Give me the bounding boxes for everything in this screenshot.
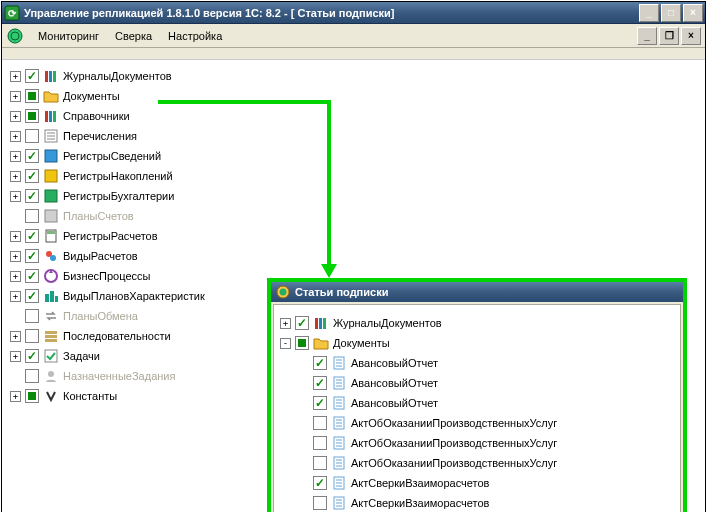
checkbox[interactable]: [25, 389, 39, 403]
expander-icon[interactable]: +: [10, 351, 21, 362]
checkbox[interactable]: [25, 129, 39, 143]
doc-icon: [331, 435, 347, 451]
tree-row[interactable]: АвансовыйОтчет: [280, 393, 674, 413]
expander-icon[interactable]: +: [10, 131, 21, 142]
checkbox[interactable]: [25, 289, 39, 303]
window-title: Управление репликацией 1.8.1.0 версия 1С…: [24, 7, 639, 19]
checkbox[interactable]: [25, 109, 39, 123]
mdi-minimize-button[interactable]: _: [637, 27, 657, 45]
menu-monitoring[interactable]: Мониторинг: [30, 27, 107, 45]
doc-icon: [331, 415, 347, 431]
svg-point-21: [50, 255, 56, 261]
tree-item-label: Перечисления: [63, 130, 137, 142]
menu-check[interactable]: Сверка: [107, 27, 160, 45]
expander-icon[interactable]: +: [10, 271, 21, 282]
expander-icon[interactable]: +: [10, 151, 21, 162]
tree-row[interactable]: АктСверкиВзаиморасчетов: [280, 493, 674, 512]
expander-icon[interactable]: +: [10, 71, 21, 82]
tree-row[interactable]: +ВидыРасчетов: [10, 246, 697, 266]
minimize-button[interactable]: _: [639, 4, 659, 22]
tree-row[interactable]: +Перечисления: [10, 126, 697, 146]
doc-icon: [331, 455, 347, 471]
expander-icon: [10, 311, 21, 322]
checkbox[interactable]: [313, 416, 327, 430]
checkbox[interactable]: [313, 456, 327, 470]
close-button[interactable]: ×: [683, 4, 703, 22]
expander-icon[interactable]: +: [10, 291, 21, 302]
checkbox[interactable]: [25, 249, 39, 263]
tree-row[interactable]: -Документы: [280, 333, 674, 353]
popup-tree: +ЖурналыДокументов-ДокументыАвансовыйОтч…: [280, 313, 674, 512]
checkbox[interactable]: [295, 336, 309, 350]
expander-icon[interactable]: +: [10, 171, 21, 182]
tree-row[interactable]: +ЖурналыДокументов: [280, 313, 674, 333]
checkbox[interactable]: [295, 316, 309, 330]
tree-row[interactable]: АктОбОказанииПроизводственныхУслуг: [280, 433, 674, 453]
svg-rect-9: [53, 111, 56, 122]
checkbox[interactable]: [25, 89, 39, 103]
tree-row[interactable]: АктОбОказанииПроизводственныхУслуг: [280, 453, 674, 473]
annotation-arrow: [158, 100, 331, 104]
checkbox[interactable]: [25, 349, 39, 363]
tree-row[interactable]: +Справочники: [10, 106, 697, 126]
checkbox[interactable]: [25, 369, 39, 383]
expander-icon[interactable]: -: [280, 338, 291, 349]
svg-rect-7: [45, 111, 48, 122]
tree-item-label: Справочники: [63, 110, 130, 122]
checkbox[interactable]: [25, 309, 39, 323]
svg-rect-28: [45, 339, 57, 342]
tree-row[interactable]: АктОбОказанииПроизводственныхУслуг: [280, 413, 674, 433]
tree-row[interactable]: +РегистрыБухгалтерии: [10, 186, 697, 206]
checkbox[interactable]: [313, 376, 327, 390]
mdi-close-button[interactable]: ×: [681, 27, 701, 45]
checkbox[interactable]: [25, 229, 39, 243]
expander-icon[interactable]: +: [10, 391, 21, 402]
tree-item-label: АктСверкиВзаиморасчетов: [351, 477, 489, 489]
tree-row[interactable]: +ЖурналыДокументов: [10, 66, 697, 86]
folder-icon: [43, 88, 59, 104]
books-icon: [313, 315, 329, 331]
checkbox[interactable]: [25, 69, 39, 83]
tree-row[interactable]: +РегистрыНакоплений: [10, 166, 697, 186]
checkbox[interactable]: [25, 209, 39, 223]
checkbox[interactable]: [25, 189, 39, 203]
tree-row[interactable]: +Документы: [10, 86, 697, 106]
svg-rect-17: [45, 210, 57, 222]
svg-rect-19: [47, 231, 55, 234]
tree-row[interactable]: +РегистрыРасчетов: [10, 226, 697, 246]
tree-row[interactable]: ПланыСчетов: [10, 206, 697, 226]
expander-icon[interactable]: +: [10, 231, 21, 242]
expander-icon: [298, 418, 309, 429]
svg-rect-23: [45, 294, 49, 302]
checkbox[interactable]: [25, 169, 39, 183]
checkbox[interactable]: [313, 396, 327, 410]
expander-icon: [298, 478, 309, 489]
expander-icon[interactable]: +: [10, 331, 21, 342]
tree-row[interactable]: АвансовыйОтчет: [280, 353, 674, 373]
annotation-arrow-head: [321, 264, 337, 278]
checkbox[interactable]: [25, 149, 39, 163]
reg-green-icon: [43, 188, 59, 204]
tree-item-label: АктСверкиВзаиморасчетов: [351, 497, 489, 509]
checkbox[interactable]: [313, 356, 327, 370]
expander-icon[interactable]: +: [10, 191, 21, 202]
svg-point-3: [11, 32, 19, 40]
expander-icon: [298, 458, 309, 469]
expander-icon[interactable]: +: [10, 251, 21, 262]
expander-icon[interactable]: +: [280, 318, 291, 329]
maximize-button[interactable]: □: [661, 4, 681, 22]
menu-settings[interactable]: Настройка: [160, 27, 230, 45]
expander-icon[interactable]: +: [10, 91, 21, 102]
checkbox[interactable]: [313, 496, 327, 510]
mdi-restore-button[interactable]: ❐: [659, 27, 679, 45]
tree-row[interactable]: АктСверкиВзаиморасчетов: [280, 473, 674, 493]
tree-row[interactable]: +РегистрыСведений: [10, 146, 697, 166]
checkbox[interactable]: [25, 269, 39, 283]
svg-rect-35: [323, 318, 326, 329]
menubar: Мониторинг Сверка Настройка _ ❐ ×: [2, 24, 705, 48]
checkbox[interactable]: [313, 436, 327, 450]
expander-icon[interactable]: +: [10, 111, 21, 122]
tree-row[interactable]: АвансовыйОтчет: [280, 373, 674, 393]
checkbox[interactable]: [313, 476, 327, 490]
checkbox[interactable]: [25, 329, 39, 343]
